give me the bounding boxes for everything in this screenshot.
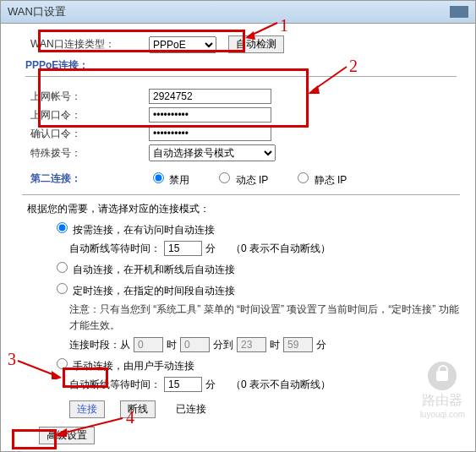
mode-auto-radio[interactable] <box>57 262 68 273</box>
period-to-m <box>283 337 313 352</box>
mode-manual-radio[interactable] <box>57 358 68 369</box>
password-label: 上网口令： <box>30 108 149 123</box>
wan-type-select[interactable]: PPPoE <box>149 36 216 53</box>
mode-auto[interactable]: 自动连接，在开机和断线后自动连接 <box>52 259 235 277</box>
radio-dynamic-input[interactable] <box>219 172 230 183</box>
radio-static-input[interactable] <box>298 172 309 183</box>
watermark: 路由器 luyouqi.com <box>420 362 465 419</box>
pppoe-section-title: PPPoE连接： <box>25 58 460 73</box>
second-conn-label: 第二连接： <box>30 172 149 186</box>
account-input[interactable] <box>149 89 271 104</box>
special-dial-label: 特殊拨号： <box>30 146 149 161</box>
idle-label: 自动断线等待时间： <box>69 242 161 256</box>
window-title: WAN口设置 <box>8 4 66 19</box>
confirm-label: 确认口令： <box>30 127 149 141</box>
radio-static[interactable]: 静态 IP <box>293 170 347 188</box>
timed-note: 注意：只有当您到 “系统工具” 菜单的 “时间设置” 项设置了当前时间后，“定时… <box>69 302 460 334</box>
period-from-h <box>134 337 163 352</box>
mode-ondemand-radio[interactable] <box>57 222 68 233</box>
advanced-button[interactable]: 高级设置 <box>39 427 95 444</box>
mode-manual[interactable]: 手动连接，由用户手动连接 <box>52 356 194 373</box>
idle-input[interactable] <box>164 241 202 256</box>
confirm-input[interactable] <box>149 126 271 141</box>
password-input[interactable] <box>149 107 271 123</box>
account-label: 上网帐号： <box>30 90 149 104</box>
status-connected: 已连接 <box>176 402 206 417</box>
mode-timed-radio[interactable] <box>57 283 68 294</box>
idle2-label: 自动断线等待时间： <box>69 378 161 392</box>
idle2-input[interactable] <box>164 377 202 392</box>
mode-prompt: 根据您的需要，请选择对应的连接模式： <box>27 202 460 216</box>
mode-ondemand[interactable]: 按需连接，在有访问时自动连接 <box>52 220 215 237</box>
connect-button[interactable]: 连接 <box>69 400 105 418</box>
minimize-icon[interactable] <box>450 6 468 18</box>
period-to-h <box>237 337 266 352</box>
idle-unit: 分 <box>205 242 216 256</box>
period-label: 连接时段：从 <box>69 338 130 352</box>
auto-detect-button[interactable]: 自动检测 <box>228 35 284 53</box>
period-from-m <box>180 337 210 352</box>
disconnect-button[interactable]: 断线 <box>120 400 156 418</box>
titlebar: WAN口设置 <box>1 1 475 24</box>
radio-disable-input[interactable] <box>153 172 164 183</box>
radio-disable[interactable]: 禁用 <box>149 170 189 188</box>
mode-timed[interactable]: 定时连接，在指定的时间段自动连接 <box>52 280 235 298</box>
radio-dynamic[interactable]: 动态 IP <box>215 170 268 188</box>
special-dial-select[interactable]: 自动选择拨号模式 <box>149 144 276 161</box>
idle-note: （0 表示不自动断线） <box>231 242 331 256</box>
wan-type-label: WAN口连接类型： <box>30 37 149 52</box>
